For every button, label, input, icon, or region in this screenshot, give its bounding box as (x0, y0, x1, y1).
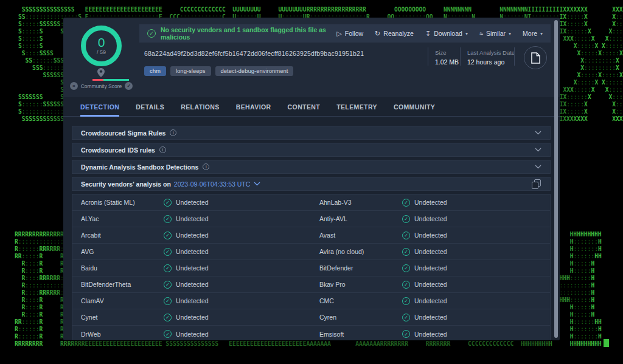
status-undetected: ✓Undetected (402, 248, 550, 256)
check-circle-icon: ✓ (402, 264, 410, 272)
status-label: Undetected (414, 281, 447, 288)
modal-scrollbar[interactable] (554, 20, 558, 338)
status-undetected: ✓Undetected (402, 264, 550, 272)
vendor-name[interactable]: BitDefender (319, 264, 402, 272)
tag-long-sleeps[interactable]: long-sleeps (170, 66, 211, 76)
section-title: Crowdsourced Sigma Rules (81, 129, 165, 137)
detection-score-donut: 0 / 59 (81, 26, 122, 66)
vendor-name[interactable]: Avast (319, 232, 402, 239)
section-title: Dynamic Analysis Sandbox Detections (81, 163, 198, 171)
vendor-name[interactable]: ClamAV (72, 297, 164, 304)
tab-bar: DETECTIONDETAILSRELATIONSBEHAVIORCONTENT… (63, 97, 560, 117)
status-undetected: ✓Undetected (402, 281, 550, 289)
table-row: AVG✓UndetectedAvira (no cloud)✓Undetecte… (72, 244, 550, 260)
chevron-down-icon[interactable] (254, 182, 260, 186)
status-undetected: ✓Undetected (164, 330, 319, 338)
status-label: Undetected (176, 264, 209, 272)
upvote-icon[interactable]: ✓ (125, 82, 133, 90)
tab-detection[interactable]: DETECTION (80, 97, 119, 117)
tab-relations[interactable]: RELATIONS (181, 97, 220, 117)
vendor-name[interactable]: Cyren (319, 314, 402, 321)
vendor-name[interactable]: Acronis (Static ML) (72, 199, 164, 206)
verdict-banner: ✓ No security vendors and 1 sandbox flag… (139, 24, 551, 43)
tag-chm[interactable]: chm (144, 66, 166, 76)
similar-button[interactable]: ≈Similar▾ (479, 30, 511, 37)
tab-community[interactable]: COMMUNITY (394, 97, 435, 117)
vendor-name[interactable]: Bkav Pro (319, 281, 402, 288)
check-circle-icon: ✓ (164, 232, 172, 239)
virustotal-report-window: 0 / 59 × Community Score ✓ ✓ No securit (63, 18, 560, 340)
community-score-label: Community Score (81, 83, 122, 89)
download-button[interactable]: ↧Download▾ (425, 30, 468, 38)
tab-telemetry[interactable]: TELEMETRY (336, 97, 377, 117)
status-undetected: ✓Undetected (402, 314, 550, 321)
vendor-name[interactable]: AVG (72, 248, 164, 255)
table-row: ClamAV✓UndetectedCMC✓Undetected (72, 293, 550, 309)
document-icon (531, 52, 540, 64)
analysis-date-link[interactable]: 2023-09-06T04:33:53 UTC (174, 180, 251, 188)
info-icon: i (203, 163, 209, 170)
status-undetected: ✓Undetected (402, 330, 550, 338)
status-undetected: ✓Undetected (164, 215, 319, 223)
verdict-text: No security vendors and 1 sandbox flagge… (161, 26, 336, 41)
status-label: Undetected (176, 199, 209, 206)
divider (460, 47, 461, 66)
chevron-down-icon (535, 148, 541, 152)
check-circle-icon: ✓ (164, 281, 172, 289)
status-undetected: ✓Undetected (164, 314, 319, 321)
section-crowdsourced-sigma-rules[interactable]: Crowdsourced Sigma Rulesi (72, 126, 551, 140)
file-hash[interactable]: 68a224ad49f2bd3d82ef6fcf5b16472dd06fecff… (144, 50, 364, 57)
status-label: Undetected (176, 281, 209, 288)
reanalyze-button[interactable]: ↻Reanalyze (375, 30, 414, 38)
action-label: Similar (486, 30, 506, 37)
check-circle-icon: ✓ (402, 281, 410, 289)
size-value: 1.02 MB (435, 58, 459, 66)
vendor-name[interactable]: Emsisoft (319, 331, 402, 338)
similar-icon: ≈ (479, 30, 483, 37)
header-actions: ▷Follow↻Reanalyze↧Download▾≈Similar▾More… (336, 30, 543, 38)
reanalyze-icon: ↻ (375, 30, 380, 38)
terminal-cursor (604, 339, 609, 347)
chevron-down-icon (535, 165, 541, 169)
section-crowdsourced-ids-rules[interactable]: Crowdsourced IDS rulesi (72, 143, 551, 157)
report-header: 0 / 59 × Community Score ✓ ✓ No securit (63, 18, 560, 97)
status-label: Undetected (176, 314, 209, 321)
status-label: Undetected (176, 297, 209, 304)
vendor-name[interactable]: BitDefenderTheta (72, 281, 164, 288)
vendor-name[interactable]: Antiy-AVL (319, 215, 402, 222)
vendor-name[interactable]: ALYac (72, 215, 164, 222)
tab-content[interactable]: CONTENT (288, 97, 321, 117)
table-row: Baidu✓UndetectedBitDefender✓Undetected (72, 260, 550, 276)
vendor-results-table: Acronis (Static ML)✓UndetectedAhnLab-V3✓… (72, 194, 551, 340)
detection-content: Crowdsourced Sigma RulesiCrowdsourced ID… (63, 117, 560, 340)
vendor-name[interactable]: AhnLab-V3 (319, 199, 402, 206)
check-circle-icon: ✓ (164, 199, 172, 207)
section-dynamic-analysis-sandbox-detections[interactable]: Dynamic Analysis Sandbox Detectionsi (72, 160, 551, 174)
vendor-name[interactable]: Arcabit (72, 232, 164, 239)
vendor-name[interactable]: DrWeb (72, 331, 164, 338)
vendor-name[interactable]: CMC (319, 297, 402, 304)
check-circle-icon: ✓ (402, 297, 410, 305)
status-label: Undetected (176, 232, 209, 239)
more-button[interactable]: More▾ (523, 30, 543, 37)
status-undetected: ✓Undetected (164, 281, 319, 289)
status-label: Undetected (414, 297, 447, 304)
follow-button[interactable]: ▷Follow (336, 30, 363, 38)
status-undetected: ✓Undetected (164, 199, 319, 207)
vendor-name[interactable]: Baidu (72, 264, 164, 272)
check-circle-icon: ✓ (402, 232, 410, 239)
vendor-name[interactable]: Cynet (72, 314, 164, 321)
copy-icon[interactable] (532, 179, 541, 189)
action-label: Download (434, 30, 462, 37)
downvote-icon[interactable]: × (70, 82, 78, 90)
security-vendors-analysis-header[interactable]: Security vendors' analysis on 2023-09-06… (72, 177, 551, 191)
status-undetected: ✓Undetected (402, 215, 550, 223)
divider (514, 47, 515, 66)
tag-detect-debug-environment[interactable]: detect-debug-environment (215, 66, 294, 76)
status-undetected: ✓Undetected (402, 297, 550, 305)
check-circle-icon: ✓ (402, 330, 410, 338)
tab-behavior[interactable]: BEHAVIOR (236, 97, 271, 117)
vendor-name[interactable]: Avira (no cloud) (319, 248, 402, 255)
status-label: Undetected (414, 248, 447, 255)
tab-details[interactable]: DETAILS (136, 97, 164, 117)
